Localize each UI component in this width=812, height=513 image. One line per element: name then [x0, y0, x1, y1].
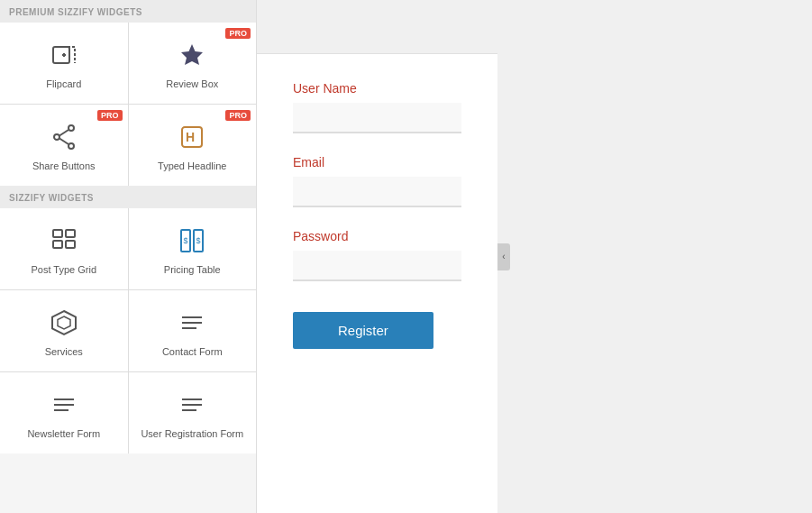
username-input[interactable]	[293, 103, 461, 133]
widget-flipcard-label: Flipcard	[46, 78, 81, 89]
widget-user-registration-form-label: User Registration Form	[141, 428, 243, 439]
svg-marker-17	[52, 311, 76, 334]
svg-point-4	[54, 134, 59, 140]
widget-contact-form[interactable]: Contact Form	[129, 290, 257, 371]
svg-text:H: H	[186, 130, 195, 144]
svg-point-3	[68, 143, 74, 149]
svg-rect-12	[66, 241, 75, 248]
widget-user-registration-form[interactable]: User Registration Form	[129, 372, 257, 453]
svg-marker-1	[181, 44, 203, 65]
pro-badge-review-box: PRO	[225, 28, 251, 39]
register-button[interactable]: Register	[293, 312, 433, 349]
password-group: Password	[293, 229, 461, 281]
premium-section-label: PREMIUM SIZZIFY WIDGETS	[0, 0, 256, 23]
svg-line-5	[59, 130, 68, 136]
email-group: Email	[293, 155, 461, 207]
username-group: User Name	[293, 81, 461, 133]
widget-review-box-label: Review Box	[166, 78, 218, 89]
premium-widget-grid: Flipcard PRO Review Box PRO	[0, 23, 256, 186]
sidebar-collapse-button[interactable]: ‹	[497, 243, 510, 270]
standard-section-label: SIZZIFY WIDGETS	[0, 186, 256, 208]
widget-typed-headline-label: Typed Headline	[158, 160, 226, 171]
share-buttons-icon	[50, 124, 78, 155]
pro-badge-typed: PRO	[225, 110, 251, 121]
services-icon	[50, 309, 78, 341]
form-area: User Name Email Password Register	[257, 54, 497, 385]
widget-review-box[interactable]: PRO Review Box	[129, 23, 257, 104]
username-label: User Name	[293, 81, 461, 96]
svg-marker-18	[58, 316, 70, 329]
widget-pricing-table[interactable]: $ $ Pricing Table	[129, 208, 257, 289]
widget-newsletter-form[interactable]: Newsletter Form	[0, 372, 128, 453]
widget-services[interactable]: Services	[0, 290, 128, 371]
pro-badge-share: PRO	[97, 110, 123, 121]
widget-pricing-table-label: Pricing Table	[164, 264, 221, 275]
widget-flipcard[interactable]: Flipcard	[0, 23, 128, 104]
email-label: Email	[293, 155, 461, 169]
main-content: User Name Email Password Register	[257, 0, 497, 513]
widget-share-buttons[interactable]: PRO Share Buttons	[0, 105, 128, 186]
pricing-table-icon: $ $	[178, 227, 205, 259]
widget-services-label: Services	[45, 346, 83, 357]
svg-text:$: $	[184, 236, 188, 245]
widget-contact-form-label: Contact Form	[162, 346, 223, 357]
email-input[interactable]	[293, 177, 461, 207]
typed-headline-icon: H	[178, 124, 205, 155]
sidebar: PREMIUM SIZZIFY WIDGETS Flipcard PRO	[0, 0, 257, 513]
svg-point-2	[68, 125, 74, 131]
svg-rect-9	[53, 230, 62, 237]
standard-widget-grid: Post Type Grid $ $ Pricing Table	[0, 208, 256, 453]
post-type-grid-icon	[50, 227, 78, 259]
flipcard-icon	[50, 41, 78, 73]
svg-rect-0	[53, 47, 69, 63]
widget-post-type-grid-label: Post Type Grid	[31, 264, 96, 275]
widget-share-buttons-label: Share Buttons	[32, 160, 96, 171]
widget-typed-headline[interactable]: PRO H Typed Headline	[129, 105, 257, 186]
widget-post-type-grid[interactable]: Post Type Grid	[0, 208, 128, 289]
review-box-icon	[178, 41, 205, 73]
contact-form-icon	[178, 309, 205, 341]
svg-line-6	[59, 138, 68, 144]
svg-rect-11	[53, 241, 62, 248]
svg-rect-10	[66, 230, 75, 237]
newsletter-form-icon	[50, 391, 78, 423]
password-label: Password	[293, 229, 461, 243]
user-registration-form-icon	[178, 391, 205, 423]
svg-text:$: $	[196, 236, 201, 245]
password-input[interactable]	[293, 251, 461, 281]
top-bar	[257, 0, 497, 54]
widget-newsletter-form-label: Newsletter Form	[27, 428, 100, 439]
